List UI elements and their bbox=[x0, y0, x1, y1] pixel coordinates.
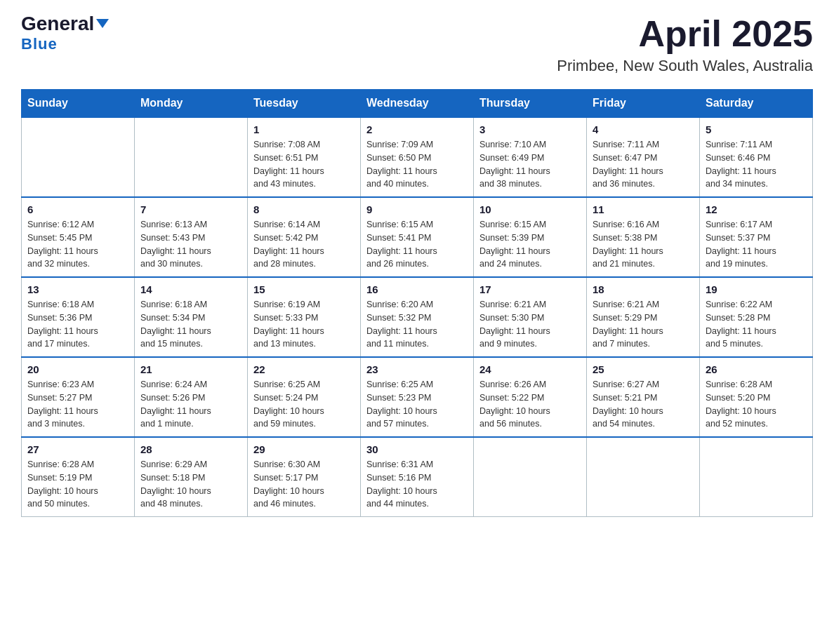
calendar-cell: 27Sunrise: 6:28 AMSunset: 5:19 PMDayligh… bbox=[22, 437, 135, 517]
logo: General Blue bbox=[21, 14, 109, 53]
calendar-cell: 23Sunrise: 6:25 AMSunset: 5:23 PMDayligh… bbox=[361, 357, 474, 437]
weekday-header-thursday: Thursday bbox=[474, 90, 587, 118]
day-number: 27 bbox=[27, 443, 128, 455]
day-info: Sunrise: 7:08 AMSunset: 6:51 PMDaylight:… bbox=[253, 138, 355, 191]
day-info: Sunrise: 6:22 AMSunset: 5:28 PMDaylight:… bbox=[706, 298, 807, 351]
calendar-cell: 17Sunrise: 6:21 AMSunset: 5:30 PMDayligh… bbox=[474, 277, 587, 357]
calendar-cell bbox=[135, 117, 248, 197]
calendar-cell: 30Sunrise: 6:31 AMSunset: 5:16 PMDayligh… bbox=[361, 437, 474, 517]
day-number: 22 bbox=[253, 363, 355, 375]
day-info: Sunrise: 6:26 AMSunset: 5:22 PMDaylight:… bbox=[479, 378, 581, 431]
day-info: Sunrise: 6:23 AMSunset: 5:27 PMDaylight:… bbox=[27, 378, 128, 431]
page-header: General Blue April 2025 Primbee, New Sou… bbox=[21, 14, 813, 75]
calendar-cell: 21Sunrise: 6:24 AMSunset: 5:26 PMDayligh… bbox=[135, 357, 248, 437]
day-info: Sunrise: 6:30 AMSunset: 5:17 PMDaylight:… bbox=[253, 458, 355, 511]
calendar-cell: 1Sunrise: 7:08 AMSunset: 6:51 PMDaylight… bbox=[248, 117, 361, 197]
calendar-cell: 10Sunrise: 6:15 AMSunset: 5:39 PMDayligh… bbox=[474, 197, 587, 277]
calendar-cell: 15Sunrise: 6:19 AMSunset: 5:33 PMDayligh… bbox=[248, 277, 361, 357]
day-number: 2 bbox=[366, 123, 468, 135]
calendar-cell: 29Sunrise: 6:30 AMSunset: 5:17 PMDayligh… bbox=[248, 437, 361, 517]
calendar-cell: 20Sunrise: 6:23 AMSunset: 5:27 PMDayligh… bbox=[22, 357, 135, 437]
day-number: 9 bbox=[366, 203, 468, 215]
weekday-header-sunday: Sunday bbox=[22, 90, 135, 118]
week-row-2: 6Sunrise: 6:12 AMSunset: 5:45 PMDaylight… bbox=[22, 197, 813, 277]
day-info: Sunrise: 6:25 AMSunset: 5:24 PMDaylight:… bbox=[253, 378, 355, 431]
weekday-header-wednesday: Wednesday bbox=[361, 90, 474, 118]
calendar-cell bbox=[474, 437, 587, 517]
day-info: Sunrise: 6:18 AMSunset: 5:34 PMDaylight:… bbox=[140, 298, 241, 351]
day-number: 26 bbox=[706, 363, 807, 375]
day-number: 24 bbox=[479, 363, 581, 375]
calendar-cell: 5Sunrise: 7:11 AMSunset: 6:46 PMDaylight… bbox=[700, 117, 813, 197]
day-number: 21 bbox=[140, 363, 241, 375]
day-info: Sunrise: 6:24 AMSunset: 5:26 PMDaylight:… bbox=[140, 378, 241, 431]
day-info: Sunrise: 6:20 AMSunset: 5:32 PMDaylight:… bbox=[366, 298, 468, 351]
calendar-cell: 14Sunrise: 6:18 AMSunset: 5:34 PMDayligh… bbox=[135, 277, 248, 357]
calendar-cell: 13Sunrise: 6:18 AMSunset: 5:36 PMDayligh… bbox=[22, 277, 135, 357]
day-number: 6 bbox=[27, 203, 128, 215]
calendar-cell: 25Sunrise: 6:27 AMSunset: 5:21 PMDayligh… bbox=[587, 357, 700, 437]
day-number: 23 bbox=[366, 363, 468, 375]
day-number: 16 bbox=[366, 283, 468, 295]
day-number: 15 bbox=[253, 283, 355, 295]
logo-general: General bbox=[21, 14, 109, 34]
week-row-1: 1Sunrise: 7:08 AMSunset: 6:51 PMDaylight… bbox=[22, 117, 813, 197]
day-info: Sunrise: 6:27 AMSunset: 5:21 PMDaylight:… bbox=[593, 378, 694, 431]
calendar-cell: 8Sunrise: 6:14 AMSunset: 5:42 PMDaylight… bbox=[248, 197, 361, 277]
day-info: Sunrise: 6:15 AMSunset: 5:39 PMDaylight:… bbox=[479, 218, 581, 271]
day-number: 25 bbox=[593, 363, 694, 375]
day-number: 8 bbox=[253, 203, 355, 215]
day-info: Sunrise: 6:28 AMSunset: 5:19 PMDaylight:… bbox=[27, 458, 128, 511]
calendar-cell bbox=[587, 437, 700, 517]
day-info: Sunrise: 7:09 AMSunset: 6:50 PMDaylight:… bbox=[366, 138, 468, 191]
day-number: 18 bbox=[593, 283, 694, 295]
day-info: Sunrise: 6:15 AMSunset: 5:41 PMDaylight:… bbox=[366, 218, 468, 271]
calendar-cell: 24Sunrise: 6:26 AMSunset: 5:22 PMDayligh… bbox=[474, 357, 587, 437]
day-number: 13 bbox=[27, 283, 128, 295]
day-info: Sunrise: 6:19 AMSunset: 5:33 PMDaylight:… bbox=[253, 298, 355, 351]
day-number: 3 bbox=[479, 123, 581, 135]
day-info: Sunrise: 6:16 AMSunset: 5:38 PMDaylight:… bbox=[593, 218, 694, 271]
day-number: 10 bbox=[479, 203, 581, 215]
calendar-cell: 9Sunrise: 6:15 AMSunset: 5:41 PMDaylight… bbox=[361, 197, 474, 277]
title-block: April 2025 Primbee, New South Wales, Aus… bbox=[557, 14, 813, 75]
calendar-cell: 4Sunrise: 7:11 AMSunset: 6:47 PMDaylight… bbox=[587, 117, 700, 197]
day-number: 29 bbox=[253, 443, 355, 455]
day-number: 11 bbox=[593, 203, 694, 215]
day-info: Sunrise: 6:17 AMSunset: 5:37 PMDaylight:… bbox=[706, 218, 807, 271]
day-number: 4 bbox=[593, 123, 694, 135]
day-info: Sunrise: 6:25 AMSunset: 5:23 PMDaylight:… bbox=[366, 378, 468, 431]
calendar-header-row: SundayMondayTuesdayWednesdayThursdayFrid… bbox=[22, 90, 813, 118]
weekday-header-friday: Friday bbox=[587, 90, 700, 118]
calendar-cell: 19Sunrise: 6:22 AMSunset: 5:28 PMDayligh… bbox=[700, 277, 813, 357]
calendar-table: SundayMondayTuesdayWednesdayThursdayFrid… bbox=[21, 89, 813, 517]
calendar-cell bbox=[22, 117, 135, 197]
day-info: Sunrise: 6:18 AMSunset: 5:36 PMDaylight:… bbox=[27, 298, 128, 351]
weekday-header-tuesday: Tuesday bbox=[248, 90, 361, 118]
page-subtitle: Primbee, New South Wales, Australia bbox=[557, 57, 813, 75]
week-row-4: 20Sunrise: 6:23 AMSunset: 5:27 PMDayligh… bbox=[22, 357, 813, 437]
calendar-cell: 7Sunrise: 6:13 AMSunset: 5:43 PMDaylight… bbox=[135, 197, 248, 277]
day-number: 12 bbox=[706, 203, 807, 215]
calendar-cell: 28Sunrise: 6:29 AMSunset: 5:18 PMDayligh… bbox=[135, 437, 248, 517]
day-number: 30 bbox=[366, 443, 468, 455]
day-number: 7 bbox=[140, 203, 241, 215]
calendar-cell bbox=[700, 437, 813, 517]
calendar-cell: 18Sunrise: 6:21 AMSunset: 5:29 PMDayligh… bbox=[587, 277, 700, 357]
logo-blue: Blue bbox=[21, 35, 58, 53]
calendar-cell: 26Sunrise: 6:28 AMSunset: 5:20 PMDayligh… bbox=[700, 357, 813, 437]
day-number: 28 bbox=[140, 443, 241, 455]
page-title: April 2025 bbox=[557, 14, 813, 54]
day-number: 20 bbox=[27, 363, 128, 375]
day-info: Sunrise: 6:21 AMSunset: 5:29 PMDaylight:… bbox=[593, 298, 694, 351]
weekday-header-monday: Monday bbox=[135, 90, 248, 118]
day-number: 14 bbox=[140, 283, 241, 295]
calendar-cell: 16Sunrise: 6:20 AMSunset: 5:32 PMDayligh… bbox=[361, 277, 474, 357]
week-row-5: 27Sunrise: 6:28 AMSunset: 5:19 PMDayligh… bbox=[22, 437, 813, 517]
calendar-cell: 6Sunrise: 6:12 AMSunset: 5:45 PMDaylight… bbox=[22, 197, 135, 277]
day-info: Sunrise: 6:14 AMSunset: 5:42 PMDaylight:… bbox=[253, 218, 355, 271]
calendar-cell: 11Sunrise: 6:16 AMSunset: 5:38 PMDayligh… bbox=[587, 197, 700, 277]
day-info: Sunrise: 7:11 AMSunset: 6:47 PMDaylight:… bbox=[593, 138, 694, 191]
day-info: Sunrise: 6:28 AMSunset: 5:20 PMDaylight:… bbox=[706, 378, 807, 431]
calendar-cell: 2Sunrise: 7:09 AMSunset: 6:50 PMDaylight… bbox=[361, 117, 474, 197]
